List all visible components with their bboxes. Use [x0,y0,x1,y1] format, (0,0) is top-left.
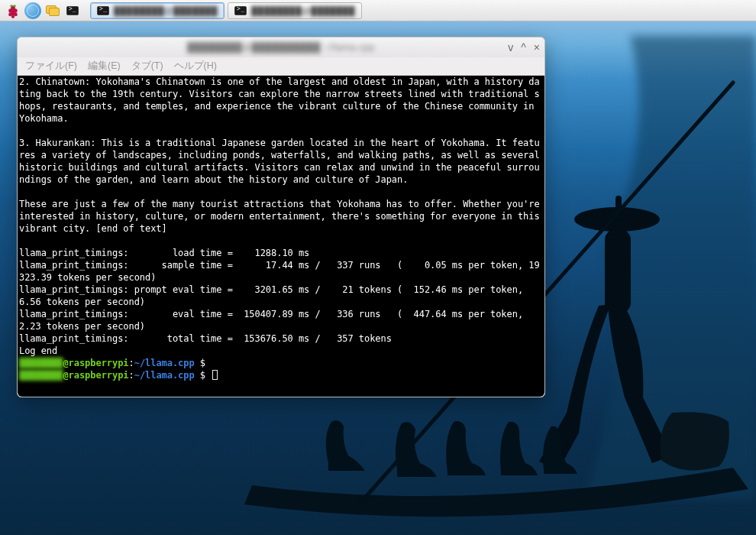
raspberry-menu-icon[interactable] [5,2,21,19]
menu-tab[interactable]: タブ(T) [131,60,163,73]
terminal-icon [234,6,247,15]
window-controls: v ^ × [508,37,540,57]
window-close-button[interactable]: × [534,42,540,53]
taskbar-item-terminal-1[interactable]: ████████@███████ [90,2,225,19]
terminal-output[interactable]: 2. Chinatown: Yokohama's Chinatown is on… [18,76,544,397]
terminal-icon [97,6,109,15]
window-minimize-button[interactable]: v [508,42,513,53]
terminal-launcher-icon[interactable] [64,2,81,19]
file-manager-launcher-icon[interactable] [44,2,61,19]
taskbar-item-terminal-2[interactable]: ████████@███████ [228,2,362,19]
taskbar: ████████@███████ ████████@███████ [0,0,756,21]
svg-rect-1 [605,229,631,313]
window-menubar: ファイル(F) 編集(E) タブ(T) ヘルプ(H) [18,57,544,76]
browser-launcher-icon[interactable] [24,2,41,19]
window-titlebar[interactable]: ████████@██████████ ~/llama.cpp v ^ × [18,37,544,57]
svg-point-8 [14,12,18,16]
svg-point-0 [574,207,660,232]
svg-rect-2 [615,196,622,220]
taskbar-item-label: ████████@███████ [114,6,218,15]
window-title: ████████@██████████ ~/llama.cpp [187,42,375,53]
menu-file[interactable]: ファイル(F) [25,60,77,73]
svg-point-7 [8,12,12,16]
menu-edit[interactable]: 編集(E) [88,60,121,73]
svg-point-9 [11,15,15,18]
menu-help[interactable]: ヘルプ(H) [174,60,217,73]
window-maximize-button[interactable]: ^ [521,42,526,53]
taskbar-item-label: ████████@███████ [251,6,355,15]
terminal-window: ████████@██████████ ~/llama.cpp v ^ × ファ… [17,37,545,397]
